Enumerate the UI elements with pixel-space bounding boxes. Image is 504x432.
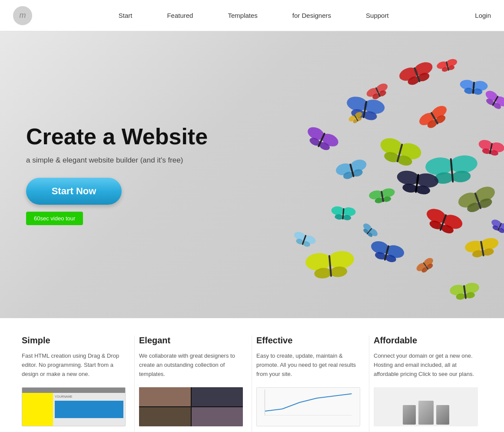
feature-effective-title: Effective (256, 336, 360, 346)
feature-effective: Effective Easy to create, update, mainta… (252, 336, 369, 432)
nav-login[interactable]: Login (475, 12, 491, 19)
logo-text: m (20, 11, 26, 20)
hero-content: Create a Website a simple & elegant webs… (26, 124, 208, 225)
hero-subtitle: a simple & elegant website builder (and … (26, 156, 208, 165)
server-icon-small-2 (436, 405, 449, 425)
feature-effective-thumb (256, 387, 360, 426)
svg-point-75 (305, 252, 332, 272)
feature-elegant-title: Elegant (139, 336, 243, 346)
nav-links: Start Featured Templates for Designers S… (32, 12, 475, 20)
nav-templates[interactable]: Templates (228, 12, 257, 19)
feature-simple-desc: Fast HTML creation using Drag & Drop edi… (22, 352, 126, 379)
feature-elegant-thumb (139, 387, 243, 426)
video-tour-button[interactable]: 60sec video tour (26, 212, 83, 225)
server-icon-small (403, 405, 416, 425)
nav-featured[interactable]: Featured (167, 12, 193, 19)
svg-point-71 (342, 207, 356, 217)
svg-rect-130 (265, 389, 352, 415)
features-section: Simple Fast HTML creation using Drag & D… (0, 318, 504, 432)
feature-elegant: Elegant We collaborate with great design… (135, 336, 252, 432)
feature-affordable-thumb (374, 387, 478, 426)
butterfly-illustration (235, 31, 504, 318)
hero-section: Create a Website a simple & elegant webs… (0, 31, 504, 318)
nav-support[interactable]: Support (366, 12, 389, 19)
feature-simple: Simple Fast HTML creation using Drag & D… (17, 336, 135, 432)
nav-start[interactable]: Start (119, 12, 133, 19)
feature-affordable: Affordable Connect your domain or get a … (369, 336, 487, 432)
feature-effective-desc: Easy to create, update, maintain & promo… (256, 352, 360, 379)
nav-for-designers[interactable]: for Designers (292, 12, 331, 19)
feature-elegant-desc: We collaborate with great designers to c… (139, 352, 243, 379)
svg-point-15 (424, 156, 454, 176)
hero-title: Create a Website (26, 124, 208, 149)
feature-simple-title: Simple (22, 336, 126, 346)
site-logo[interactable]: m (13, 6, 32, 25)
start-now-button[interactable]: Start Now (26, 178, 122, 205)
server-icon-large (418, 401, 434, 425)
navbar: m Start Featured Templates for Designers… (0, 0, 504, 31)
feature-affordable-title: Affordable (374, 336, 478, 346)
feature-simple-thumb: YOURNAME (22, 387, 126, 426)
feature-affordable-desc: Connect your domain or get a new one. Ho… (374, 352, 478, 379)
